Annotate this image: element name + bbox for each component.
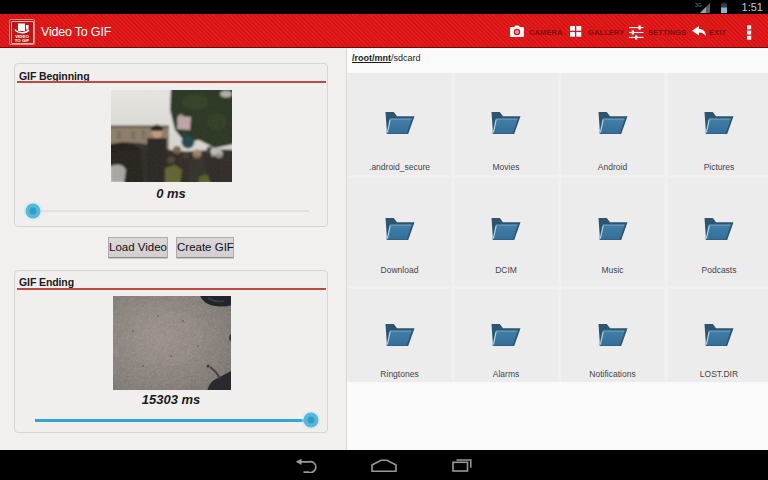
svg-text:TO GIF: TO GIF: [15, 38, 30, 43]
svg-text:3G: 3G: [695, 2, 702, 8]
